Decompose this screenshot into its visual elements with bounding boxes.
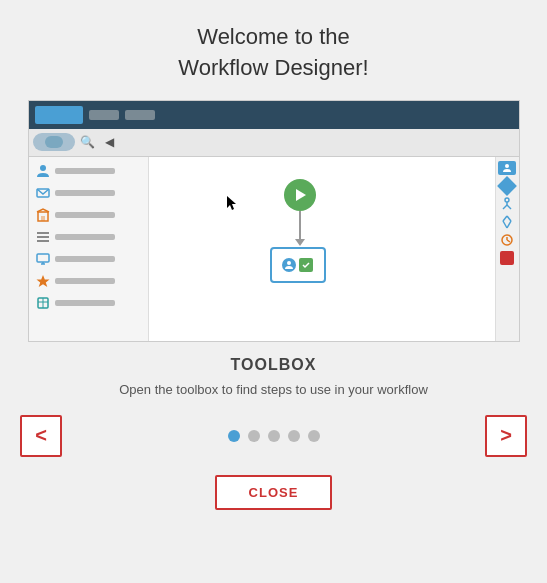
dots-container	[228, 430, 320, 442]
svg-line-21	[507, 216, 511, 221]
svg-point-15	[505, 164, 509, 168]
star-icon	[35, 274, 51, 288]
svg-rect-3	[41, 216, 45, 221]
list-icon	[35, 230, 51, 244]
right-diamond-icon	[497, 176, 517, 196]
connector-arrow	[295, 239, 305, 246]
person-icon	[35, 164, 51, 178]
sidebar-text-2	[55, 190, 115, 196]
sidebar-row-6	[31, 271, 146, 291]
sidebar-text-6	[55, 278, 115, 284]
sidebar-text-5	[55, 256, 115, 262]
svg-line-26	[507, 240, 510, 242]
mail-icon	[35, 186, 51, 200]
next-button[interactable]: >	[485, 415, 527, 457]
toolbar-pill	[33, 133, 75, 151]
svg-line-23	[507, 221, 511, 228]
computer-icon	[35, 252, 51, 266]
app-right-icons	[495, 157, 519, 342]
sidebar-row-4	[31, 227, 146, 247]
app-topbar	[29, 101, 519, 129]
svg-line-18	[503, 205, 507, 209]
svg-line-22	[503, 221, 507, 228]
box-icon	[35, 296, 51, 310]
app-toolbar: 🔍 ◀	[29, 129, 519, 157]
dot-5	[308, 430, 320, 442]
svg-line-19	[507, 205, 511, 209]
dot-3	[268, 430, 280, 442]
toolbar-search-icon: 🔍	[77, 133, 99, 151]
svg-line-20	[503, 216, 507, 221]
title-section: Welcome to the Workflow Designer!	[158, 0, 388, 100]
nav-row: < >	[20, 415, 527, 457]
prev-button[interactable]: <	[20, 415, 62, 457]
step-icon-person	[282, 258, 296, 272]
sidebar-text-7	[55, 300, 115, 306]
sidebar-row-1	[31, 161, 146, 181]
topbar-gray1	[89, 110, 119, 120]
toolbar-back-icon: ◀	[101, 133, 119, 151]
svg-point-14	[287, 261, 291, 265]
right-branch-icon	[498, 215, 516, 229]
bottom-section: TOOLBOX Open the toolbox to find steps t…	[0, 342, 547, 510]
start-node	[284, 179, 316, 211]
prev-arrow-icon: <	[35, 424, 47, 447]
topbar-blue	[35, 106, 83, 124]
title-line2: Workflow Designer!	[178, 53, 368, 84]
svg-point-16	[505, 198, 509, 202]
dot-2	[248, 430, 260, 442]
sidebar-row-2	[31, 183, 146, 203]
right-stop-icon	[500, 251, 514, 265]
svg-rect-7	[37, 254, 49, 262]
next-arrow-icon: >	[500, 424, 512, 447]
sidebar-row-7	[31, 293, 146, 313]
sidebar-row-5	[31, 249, 146, 269]
app-screenshot: 🔍 ◀	[28, 100, 520, 342]
right-clock-icon	[498, 233, 516, 247]
topbar-gray2	[125, 110, 155, 120]
connector-line	[299, 211, 301, 241]
building-icon	[35, 208, 51, 222]
sidebar-text-3	[55, 212, 115, 218]
svg-point-0	[40, 165, 46, 171]
sidebar-row-3	[31, 205, 146, 225]
step-icon-check	[299, 258, 313, 272]
right-person-icon	[498, 161, 516, 175]
app-sidebar	[29, 157, 149, 342]
section-title: TOOLBOX	[231, 356, 317, 374]
play-triangle	[296, 189, 306, 201]
section-description: Open the toolbox to find steps to use in…	[119, 382, 428, 397]
step-node	[270, 247, 326, 283]
dot-1	[228, 430, 240, 442]
title-line1: Welcome to the	[178, 22, 368, 53]
dot-4	[288, 430, 300, 442]
svg-marker-10	[36, 275, 49, 287]
close-button[interactable]: CLOSE	[215, 475, 333, 510]
right-fork-icon	[498, 197, 516, 211]
app-main	[29, 157, 519, 342]
app-canvas	[149, 157, 495, 342]
sidebar-text-4	[55, 234, 115, 240]
sidebar-text-1	[55, 168, 115, 174]
